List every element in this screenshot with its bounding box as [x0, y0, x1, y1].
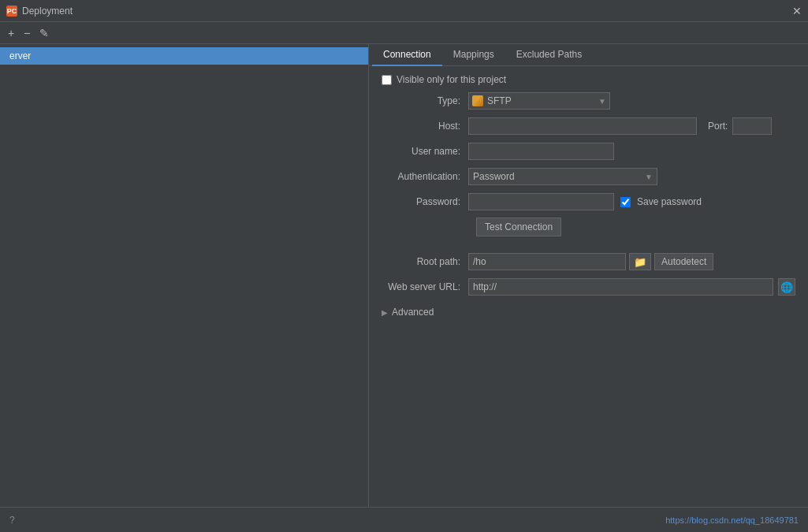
auth-value: Password: [473, 171, 515, 182]
title-bar: PC Deployment ✕: [0, 0, 808, 22]
visible-only-row: Visible only for this project: [382, 74, 795, 85]
port-label: Port:: [702, 121, 728, 132]
visible-only-checkbox[interactable]: [382, 75, 392, 85]
web-open-button[interactable]: 🌐: [778, 278, 795, 296]
advanced-section[interactable]: ▶ Advanced: [382, 303, 795, 322]
main-layout: erver Connection Mappings Excluded Paths…: [0, 44, 808, 507]
test-connection-row: Test Connection: [382, 218, 795, 244]
advanced-arrow-icon: ▶: [382, 308, 388, 317]
left-panel: erver: [0, 44, 369, 507]
bottom-url: https://blog.csdn.net/qq_18649781: [665, 515, 799, 525]
visible-only-label: Visible only for this project: [397, 74, 506, 85]
autodetect-button[interactable]: Autodetect: [654, 253, 713, 270]
folder-browse-button[interactable]: 📁: [629, 253, 651, 270]
type-row: Type: SFTP ▼: [382, 91, 795, 110]
type-label: Type:: [382, 95, 468, 106]
password-row: Password: Save password: [382, 192, 795, 211]
root-path-input[interactable]: [468, 253, 626, 270]
save-password-checkbox[interactable]: [620, 197, 631, 207]
sftp-icon: [472, 95, 483, 106]
root-path-controls: 📁 Autodetect: [468, 253, 713, 270]
auth-dropdown[interactable]: Password ▼: [468, 168, 657, 185]
server-item[interactable]: erver: [0, 47, 368, 65]
host-input[interactable]: [468, 117, 697, 135]
test-connection-button[interactable]: Test Connection: [476, 218, 561, 236]
root-path-row: Root path: 📁 Autodetect: [382, 252, 795, 271]
close-button[interactable]: ✕: [792, 6, 802, 17]
right-panel: Connection Mappings Excluded Paths Visib…: [369, 44, 808, 507]
root-path-label: Root path:: [382, 256, 468, 267]
tab-excluded-paths[interactable]: Excluded Paths: [505, 44, 593, 66]
host-row: Host: Port:: [382, 117, 795, 136]
tabs: Connection Mappings Excluded Paths: [369, 44, 808, 66]
title-bar-left: PC Deployment: [6, 6, 73, 17]
auth-row: Authentication: Password ▼: [382, 167, 795, 186]
save-password-label: Save password: [637, 196, 702, 207]
title-bar-title: Deployment: [22, 6, 73, 17]
port-input[interactable]: [732, 117, 772, 135]
help-icon[interactable]: ?: [9, 515, 15, 526]
username-label: User name:: [382, 146, 468, 157]
web-url-controls: 🌐: [468, 278, 795, 296]
auth-arrow-icon: ▼: [645, 173, 653, 181]
username-input[interactable]: [468, 143, 614, 160]
toolbar: + − ✎: [0, 22, 808, 44]
password-label: Password:: [382, 196, 468, 207]
dropdown-arrow-icon: ▼: [598, 97, 606, 106]
app-icon: PC: [6, 6, 17, 17]
host-inputs: Port:: [468, 117, 772, 135]
web-server-url-row: Web server URL: 🌐: [382, 277, 795, 296]
remove-button[interactable]: −: [20, 25, 33, 41]
edit-button[interactable]: ✎: [36, 25, 52, 41]
username-row: User name:: [382, 142, 795, 161]
password-input[interactable]: [468, 193, 614, 210]
advanced-label: Advanced: [392, 307, 434, 318]
password-controls: Save password: [468, 193, 702, 210]
web-server-url-label: Web server URL:: [382, 281, 468, 292]
tab-connection[interactable]: Connection: [372, 44, 442, 66]
host-label: Host:: [382, 121, 468, 132]
bottom-bar: ? https://blog.csdn.net/qq_18649781: [0, 507, 808, 532]
web-server-url-input[interactable]: [468, 278, 773, 296]
type-value: SFTP: [487, 95, 598, 106]
type-dropdown[interactable]: SFTP ▼: [468, 92, 610, 110]
tab-mappings[interactable]: Mappings: [442, 44, 505, 66]
auth-label: Authentication:: [382, 171, 468, 182]
form-content: Visible only for this project Type: SFTP…: [369, 66, 808, 507]
add-button[interactable]: +: [5, 25, 17, 41]
